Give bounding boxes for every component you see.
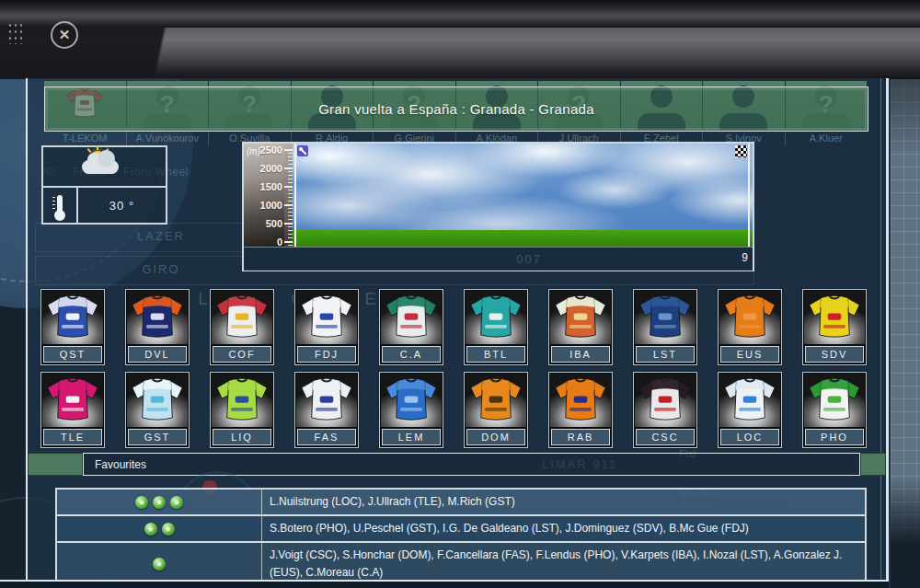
green-star-icon: ★: [153, 558, 166, 571]
jersey-graphic: [131, 375, 184, 423]
temperature-value: 30 °: [78, 188, 166, 223]
favourites-green-block-left: [28, 453, 83, 476]
team-card-csc[interactable]: CSC: [633, 372, 697, 448]
jersey-graphic: [46, 293, 99, 340]
favourites-header-bar: Favourites: [28, 453, 886, 476]
team-card-lst[interactable]: LST: [633, 289, 697, 365]
jersey-graphic: [469, 293, 523, 340]
team-card-cof[interactable]: COF: [210, 289, 274, 365]
rider-start-icon: [297, 145, 308, 156]
jersey-graphic: [46, 375, 99, 423]
team-card-fdj[interactable]: FDJ: [294, 289, 359, 365]
team-card-tle[interactable]: TLE: [40, 372, 105, 448]
green-star-icon: ★: [144, 523, 157, 536]
panel-right-line: [880, 78, 881, 582]
team-card-eus[interactable]: EUS: [718, 289, 782, 365]
ytick-label: 1500: [246, 181, 282, 192]
jersey-graphic: [808, 293, 861, 340]
jersey-graphic: [723, 293, 776, 340]
team-card-gst[interactable]: GST: [125, 372, 190, 448]
team-card-pho[interactable]: PHO: [802, 372, 867, 448]
favourites-green-block-right: [860, 453, 886, 476]
jersey-graphic: [131, 293, 184, 340]
jersey-graphic: [300, 293, 353, 340]
team-code-label: BTL: [466, 346, 525, 363]
sun-ray: [97, 145, 98, 150]
thermometer-cell: [43, 188, 78, 223]
team-grid-row-2: TLEGSTLIQFASLEMDOMRABCSCLOCPHO: [40, 372, 867, 446]
team-card-lem[interactable]: LEM: [379, 372, 443, 448]
favourites-row-1-stars[interactable]: ★J.Voigt (CSC), S.Honchar (DOM), F.Cance…: [57, 543, 865, 584]
weather-widget: 30 °: [41, 145, 167, 225]
stage-profile-chart: (m) 25002000150010005000 007 9: [242, 142, 754, 271]
team-card-btl[interactable]: BTL: [464, 289, 528, 365]
team-code-label: CSC: [636, 429, 695, 445]
team-card-iba[interactable]: IBA: [548, 289, 613, 365]
jersey-graphic: [638, 293, 692, 340]
team-code-label: PHO: [805, 429, 864, 445]
ytick-label: 1000: [246, 200, 282, 211]
team-code-label: RAB: [551, 429, 610, 445]
team-grid-row-1: QSTDVLCOFFDJC.ABTLIBALSTEUSSDV: [40, 289, 867, 363]
team-code-label: LIQ: [213, 429, 271, 445]
ytick-label: 2500: [246, 144, 282, 156]
team-code-label: SDV: [805, 346, 864, 363]
race-title: Gran vuelta a España : Granada - Granada: [318, 101, 594, 117]
jersey-graphic: [215, 375, 269, 423]
team-code-label: QST: [43, 346, 102, 363]
favourites-riders-list: L.Nuilstrung (LOC), J.Ullrach (TLE), M.R…: [262, 490, 865, 514]
background-item-007: 007: [455, 252, 603, 266]
terrain-profile: [293, 230, 753, 247]
background-item-giro: GIRO: [110, 262, 212, 276]
green-star-icon: ★: [170, 496, 183, 509]
team-card-ca[interactable]: C.A: [379, 289, 443, 365]
team-card-sdv[interactable]: SDV: [802, 289, 867, 365]
elevation-axis: (m) 25002000150010005000: [244, 144, 284, 247]
close-icon[interactable]: ✕: [51, 21, 78, 49]
cloud-icon: [82, 160, 119, 174]
team-code-label: FDJ: [297, 346, 356, 363]
ytick-label: 500: [246, 218, 282, 229]
favourites-riders-list: J.Voigt (CSC), S.Honchar (DOM), F.Cancel…: [262, 543, 865, 584]
team-code-label: GST: [128, 429, 187, 445]
distance-end-label: 9: [742, 251, 748, 264]
favourites-table: ★★★L.Nuilstrung (LOC), J.Ullrach (TLE), …: [55, 488, 867, 586]
team-card-qst[interactable]: QST: [40, 289, 105, 365]
green-star-icon: ★: [135, 496, 148, 509]
team-code-label: DOM: [466, 429, 525, 445]
weather-condition-cell: [43, 147, 166, 188]
team-card-dvl[interactable]: DVL: [125, 289, 190, 365]
thermometer-icon: [57, 195, 63, 213]
green-star-icon: ★: [162, 523, 175, 536]
star-rating: ★★: [57, 516, 262, 541]
jersey-graphic: [638, 375, 692, 423]
sun-ray: [87, 148, 92, 153]
jersey-graphic: [385, 293, 438, 340]
favourites-row-3-stars[interactable]: ★★★L.Nuilstrung (LOC), J.Ullrach (TLE), …: [57, 490, 865, 516]
favourites-riders-list: S.Botero (PHO), U.Peschel (GST), I.G. De…: [262, 516, 865, 541]
grip-dots-icon: [7, 22, 22, 44]
team-card-dom[interactable]: DOM: [464, 372, 528, 448]
jersey-graphic: [215, 293, 269, 340]
team-code-label: LST: [636, 346, 695, 363]
jersey-graphic: [385, 375, 438, 423]
bottom-strip: [0, 580, 889, 588]
rider-name: T-LEKOM: [44, 130, 127, 145]
rider-name: A.Vunokourov: [127, 130, 210, 145]
favourites-row-2-stars[interactable]: ★★S.Botero (PHO), U.Peschel (GST), I.G. …: [57, 516, 865, 543]
jersey-graphic: [808, 375, 861, 423]
team-code-label: COF: [213, 346, 271, 363]
panel-right-border: [886, 78, 889, 582]
team-card-liq[interactable]: LIQ: [210, 372, 274, 448]
team-card-fas[interactable]: FAS: [294, 372, 359, 448]
team-card-loc[interactable]: LOC: [718, 372, 782, 448]
team-card-rab[interactable]: RAB: [548, 372, 613, 448]
team-code-label: IBA: [551, 346, 610, 363]
checkered-flag-icon: [735, 145, 747, 157]
jersey-graphic: [554, 375, 607, 423]
team-code-label: LEM: [382, 429, 441, 445]
team-code-label: LOC: [720, 429, 779, 445]
green-star-icon: ★: [153, 496, 166, 509]
star-rating: ★: [57, 543, 262, 584]
team-code-label: DVL: [128, 346, 187, 363]
